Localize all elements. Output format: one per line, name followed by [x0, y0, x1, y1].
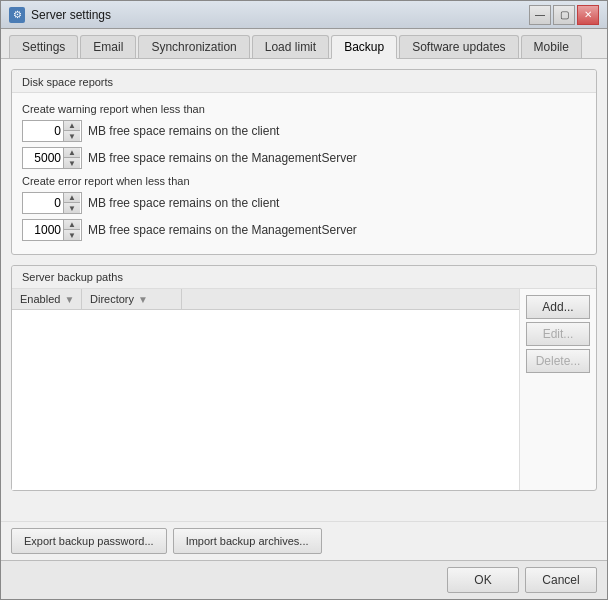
warning-client-input[interactable] — [23, 124, 63, 138]
error-server-spinbox: ▲ ▼ — [22, 219, 82, 241]
col-directory[interactable]: Directory ▼ — [82, 289, 182, 309]
error-client-spinbox: ▲ ▼ — [22, 192, 82, 214]
side-buttons: Add... Edit... Delete... — [520, 289, 596, 490]
tab-mobile[interactable]: Mobile — [521, 35, 582, 58]
error-server-up[interactable]: ▲ — [64, 220, 80, 230]
disk-space-group: Disk space reports Create warning report… — [11, 69, 597, 255]
export-backup-button[interactable]: Export backup password... — [11, 528, 167, 554]
minimize-button[interactable]: — — [529, 5, 551, 25]
main-window: ⚙ Server settings — ▢ ✕ Settings Email S… — [0, 0, 608, 600]
warning-client-up[interactable]: ▲ — [64, 121, 80, 131]
window-title: Server settings — [31, 8, 529, 22]
error-label: Create error report when less than — [22, 175, 586, 187]
warning-server-up[interactable]: ▲ — [64, 148, 80, 158]
backup-table: Enabled ▼ Directory ▼ — [12, 289, 520, 490]
error-client-down[interactable]: ▼ — [64, 203, 80, 213]
enabled-filter-icon[interactable]: ▼ — [64, 294, 74, 305]
close-button[interactable]: ✕ — [577, 5, 599, 25]
col-path — [182, 289, 519, 309]
title-bar-buttons: — ▢ ✕ — [529, 5, 599, 25]
error-server-label: MB free space remains on the ManagementS… — [88, 223, 357, 237]
warning-server-arrows: ▲ ▼ — [63, 148, 80, 168]
tabs-row: Settings Email Synchronization Load limi… — [1, 29, 607, 59]
maximize-button[interactable]: ▢ — [553, 5, 575, 25]
warning-server-spinbox: ▲ ▼ — [22, 147, 82, 169]
server-backup-content: Enabled ▼ Directory ▼ Add... Edit... — [12, 289, 596, 490]
footer: OK Cancel — [1, 560, 607, 599]
warning-client-arrows: ▲ ▼ — [63, 121, 80, 141]
bottom-action-buttons: Export backup password... Import backup … — [1, 521, 607, 560]
warning-server-label: MB free space remains on the ManagementS… — [88, 151, 357, 165]
warning-label: Create warning report when less than — [22, 103, 586, 115]
tab-load-limit[interactable]: Load limit — [252, 35, 329, 58]
error-server-row: ▲ ▼ MB free space remains on the Managem… — [22, 219, 586, 241]
edit-button[interactable]: Edit... — [526, 322, 590, 346]
tab-backup[interactable]: Backup — [331, 35, 397, 59]
title-bar: ⚙ Server settings — ▢ ✕ — [1, 1, 607, 29]
col-enabled-label: Enabled — [20, 293, 60, 305]
add-button[interactable]: Add... — [526, 295, 590, 319]
error-server-arrows: ▲ ▼ — [63, 220, 80, 240]
ok-button[interactable]: OK — [447, 567, 519, 593]
col-enabled[interactable]: Enabled ▼ — [12, 289, 82, 309]
warning-client-row: ▲ ▼ MB free space remains on the client — [22, 120, 586, 142]
tab-software-updates[interactable]: Software updates — [399, 35, 518, 58]
tab-content: Disk space reports Create warning report… — [1, 59, 607, 521]
server-backup-title: Server backup paths — [12, 266, 596, 289]
warning-server-input[interactable] — [23, 151, 63, 165]
cancel-button[interactable]: Cancel — [525, 567, 597, 593]
import-backup-button[interactable]: Import backup archives... — [173, 528, 322, 554]
error-server-down[interactable]: ▼ — [64, 230, 80, 240]
table-body — [12, 310, 519, 490]
warning-server-row: ▲ ▼ MB free space remains on the Managem… — [22, 147, 586, 169]
error-client-arrows: ▲ ▼ — [63, 193, 80, 213]
error-client-input[interactable] — [23, 196, 63, 210]
error-client-up[interactable]: ▲ — [64, 193, 80, 203]
warning-client-spinbox: ▲ ▼ — [22, 120, 82, 142]
warning-client-label: MB free space remains on the client — [88, 124, 279, 138]
tab-synchronization[interactable]: Synchronization — [138, 35, 249, 58]
server-backup-group: Server backup paths Enabled ▼ Directory … — [11, 265, 597, 491]
error-client-label: MB free space remains on the client — [88, 196, 279, 210]
tab-email[interactable]: Email — [80, 35, 136, 58]
disk-space-title: Disk space reports — [12, 70, 596, 93]
directory-filter-icon[interactable]: ▼ — [138, 294, 148, 305]
warning-server-down[interactable]: ▼ — [64, 158, 80, 168]
delete-button[interactable]: Delete... — [526, 349, 590, 373]
window-icon: ⚙ — [9, 7, 25, 23]
warning-client-down[interactable]: ▼ — [64, 131, 80, 141]
disk-space-content: Create warning report when less than ▲ ▼… — [12, 93, 596, 254]
table-header: Enabled ▼ Directory ▼ — [12, 289, 519, 310]
error-client-row: ▲ ▼ MB free space remains on the client — [22, 192, 586, 214]
col-directory-label: Directory — [90, 293, 134, 305]
tab-settings[interactable]: Settings — [9, 35, 78, 58]
error-server-input[interactable] — [23, 223, 63, 237]
